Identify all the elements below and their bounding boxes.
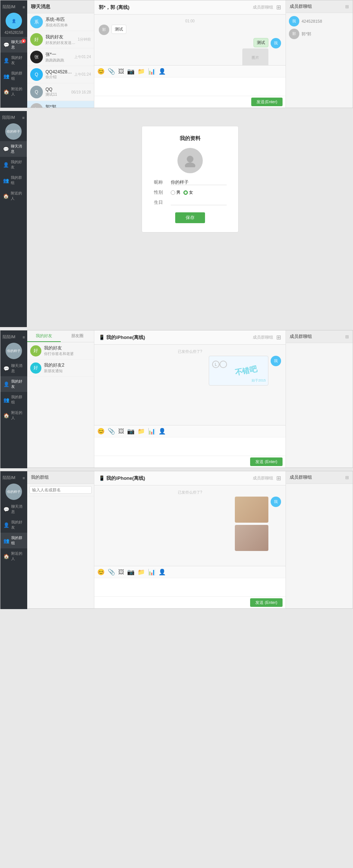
sidebar-avatar-2[interactable]: 你的样子 [5,123,22,140]
sidebar-item-groups-4[interactable]: 👥 我的群组 [0,533,27,548]
menu-icon-3[interactable]: ≡ [23,335,25,339]
contact-name-1: 系统-布匹 [45,16,91,23]
friend-item-1[interactable]: 好 我的好友 你打你签名和老婆 [27,342,94,359]
section1-chat-window: 陌陌IM ≡ 👤 424528158 💬 聊天消息 ● 👤 我的好友 👥 [0,0,353,108]
right-panel-1: 成员群聊组 ⊞ 我 424528158 郭 郭*郭 [286,0,353,108]
toolbar-folder-1[interactable]: 📁 [138,68,145,75]
svg-text:L: L [215,362,217,367]
toolbar-user-4[interactable]: 👤 [158,568,166,576]
friend-remark-2: 新朋友通知 [44,368,64,374]
chat-messages-1: 01:00 郭 测试 我 测试 [94,15,286,65]
menu-icon-1[interactable]: ≡ [23,5,25,9]
contact-item-4[interactable]: Q QQ424528158 你介绍 上午01:24 [27,66,94,83]
chat-expand-icon-3[interactable]: ⊞ [276,334,281,341]
contact-item-2[interactable]: 好 我的好友 好友的好友发送给你 1分钟前 [27,31,94,48]
sidebar-item-nearby-3[interactable]: 🏠 附近的人 [0,408,27,423]
sidebar-item-friends-1[interactable]: 👤 我的好友 [0,53,27,68]
chat-input-4[interactable] [94,578,286,596]
sidebar-item-groups-1[interactable]: 👥 我的群组 [0,68,27,84]
send-button-1[interactable]: 发送(Enter) [251,98,283,106]
send-button-3[interactable]: 发送 (Enter) [250,457,283,466]
chat-input-1[interactable] [94,77,286,96]
radio-female[interactable]: 女 [183,190,193,195]
toolbar-emoji-1[interactable]: 😊 [97,68,105,75]
chat-icon-1: 💬 [3,42,9,48]
profile-save-button[interactable]: 保存 [175,212,205,223]
sidebar-item-chat-2[interactable]: 💬 聊天消息 [0,141,27,157]
right-panel-toggle-3[interactable]: ⊞ [345,334,349,339]
sidebar-item-friends-2[interactable]: 👤 我的好友 [0,157,27,172]
toolbar-camera-1[interactable]: 📷 [127,68,135,75]
toolbar-camera-3[interactable]: 📷 [127,428,135,435]
toolbar-emoji-4[interactable]: 😊 [97,568,105,576]
toolbar-clip-3[interactable]: 📎 [108,428,115,435]
contact-time-6: 上午01:00 [74,107,91,108]
contact-item-5[interactable]: Q QQ 测试11 06/19 16:28 [27,83,94,101]
chat-input-3[interactable] [94,437,286,456]
sidebar-item-nearby-2[interactable]: 🏠 附近的人 [0,188,27,204]
msg-row-2: 我 测试 图片 [99,38,281,65]
radio-female-label: 女 [189,190,193,195]
toolbar-chart-3[interactable]: 📊 [148,428,155,435]
contact-item-3[interactable]: 张 张*一 跑跑跑跑跑 上午01:24 [27,48,94,66]
sidebar-avatar-3[interactable]: 你的样子 [6,343,22,359]
right-panel-toggle-1[interactable]: ⊞ [345,4,349,9]
chat-expand-icon-4[interactable]: ⊞ [276,475,281,482]
toolbar-image-3[interactable]: 🖼 [118,428,124,435]
toolbar-chart-4[interactable]: 📊 [148,568,155,576]
sidebar-item-chat-3[interactable]: 💬 聊天消息 [0,361,27,376]
contact-item-1[interactable]: 系 系统-布匹 系统布匹简单 [27,13,94,31]
sidebar-item-friends-3[interactable]: 👤 我的好友 [0,376,27,392]
send-button-4[interactable]: 发送 (Enter) [250,598,283,607]
msg-image-1: 图片 [242,48,268,65]
msg-bubble-group-1: 测试 [109,25,129,34]
msg-row-4-1: 我 [99,497,281,551]
contact-avatar-4: Q [30,68,43,81]
sidebar-item-friends-4[interactable]: 👤 我的好友 [0,517,27,533]
msg-avatar-right-3: 我 [271,356,281,366]
toolbar-clip-4[interactable]: 📎 [108,568,115,576]
friends-tab-1[interactable]: 我的好友 [27,330,61,342]
friend-item-2[interactable]: 好 我的好友2 新朋友通知 [27,359,94,377]
chat-send-bar-4: 发送 (Enter) [94,596,286,608]
right-panel-toggle-4[interactable]: ⊞ [345,475,349,480]
sidebar-header-1: 陌陌IM ≡ [0,3,27,11]
chat-expand-icon-1[interactable]: ⊞ [276,4,281,11]
right-panel-header-3: 成员群聊组 ⊞ [286,330,353,343]
profile-card: 我的资料 昵称 性别 男 [142,126,239,232]
sidebar-avatar-1[interactable]: 👤 [6,13,22,29]
toolbar-folder-3[interactable]: 📁 [138,428,145,435]
toolbar-clip-1[interactable]: 📎 [108,68,115,75]
profile-nickname-input[interactable] [171,180,227,185]
toolbar-image-1[interactable]: 🖼 [118,68,124,75]
chat-title-4-wrap: 📱 我的iPhone(离线) [99,475,145,482]
toolbar-chart-1[interactable]: 📊 [148,68,155,75]
sidebar-avatar-4[interactable]: 你的样子 [6,484,22,500]
sidebar-item-nearby-1[interactable]: 🏠 附近的人 [0,84,27,99]
profile-birthday-input[interactable] [171,200,227,205]
avatar-text-3: 你的样子 [7,349,21,353]
sidebar-item-nearby-4[interactable]: 🏠 附近的人 [0,548,27,564]
radio-male[interactable]: 男 [171,190,180,195]
friends-tab-2[interactable]: 朋友圈 [61,330,94,342]
msg-avatar-left-1: 郭 [99,25,109,35]
toolbar-camera-4[interactable]: 📷 [127,568,135,576]
toolbar-emoji-3[interactable]: 😊 [97,428,105,435]
toolbar-folder-4[interactable]: 📁 [138,568,145,576]
sidebar-item-chat-4[interactable]: 💬 聊天消息 [0,501,27,517]
chat-icon-3: 💬 [3,365,9,371]
sidebar-header-4: 陌陌IM ≡ [0,473,27,482]
group-search-input[interactable] [29,486,92,494]
profile-avatar[interactable] [177,148,203,173]
menu-icon-2[interactable]: ≡ [22,115,25,120]
contact-list-1: 聊天消息 系 系统-布匹 系统布匹简单 好 我的好友 好友的好友发送给你 1分钟… [27,0,94,108]
menu-icon-4[interactable]: ≡ [23,476,25,480]
toolbar-image-4[interactable]: 🖼 [118,569,124,576]
toolbar-user-3[interactable]: 👤 [158,428,166,435]
toolbar-user-1[interactable]: 👤 [158,68,166,75]
sidebar-item-groups-3[interactable]: 👥 我的群组 [0,392,27,408]
sidebar-item-chat-1[interactable]: 💬 聊天消息 ● [0,37,27,53]
contact-item-6[interactable]: 郭 郭*郭 测试11 上午01:00 [27,101,94,108]
sidebar-item-groups-2[interactable]: 👥 我的群组 [0,172,27,188]
contact-last-4: 你介绍 [45,75,73,80]
